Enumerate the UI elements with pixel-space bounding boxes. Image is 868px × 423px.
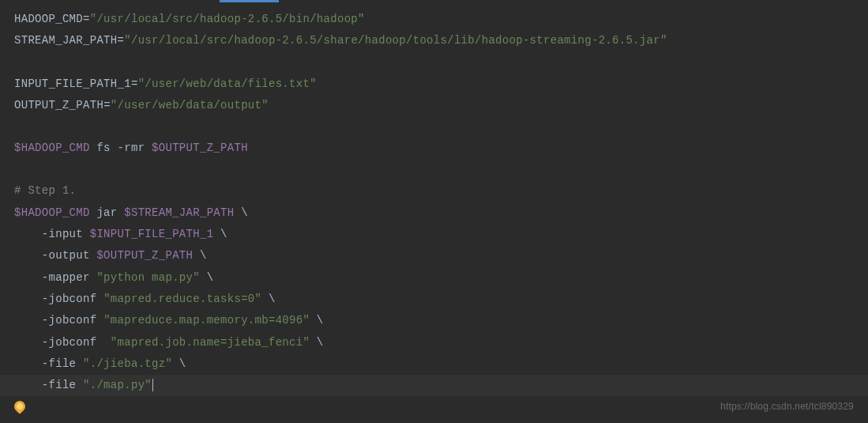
- variable-reference: $HADOOP_CMD: [14, 142, 90, 154]
- code-line[interactable]: OUTPUT_Z_PATH="/user/web/data/output": [14, 95, 854, 116]
- string-literal: "mapred.reduce.tasks=0": [103, 293, 261, 305]
- string-literal: "mapreduce.map.memory.mb=4096": [103, 314, 310, 327]
- code-line[interactable]: -mapper "python map.py" \: [14, 267, 854, 289]
- code-line-empty[interactable]: [14, 116, 854, 138]
- code-line-empty[interactable]: [14, 52, 854, 74]
- string-literal: "/user/web/data/output": [111, 99, 269, 111]
- variable-reference: $OUTPUT_Z_PATH: [96, 249, 193, 262]
- code-line-empty[interactable]: [14, 159, 854, 180]
- variable-reference: $OUTPUT_Z_PATH: [152, 142, 248, 154]
- editor-top-border: [0, 0, 868, 2]
- string-literal: "mapred.job.name=jieba_fenci": [111, 336, 310, 349]
- variable-name: HADOOP_CMD: [14, 13, 83, 25]
- variable-reference: $STREAM_JAR_PATH: [124, 206, 234, 219]
- variable-reference: $INPUT_FILE_PATH_1: [90, 228, 214, 240]
- variable-name: STREAM_JAR_PATH: [14, 34, 118, 47]
- comment: # Step 1.: [14, 184, 76, 197]
- code-line[interactable]: -jobconf "mapred.reduce.tasks=0" \: [14, 289, 854, 310]
- string-literal: "python map.py": [96, 271, 200, 284]
- string-literal: "/usr/local/src/hadoop-2.6.5/share/hadoo…: [124, 34, 667, 47]
- string-literal: "./jieba.tgz": [83, 357, 172, 370]
- watermark-text: https://blog.csdn.net/tcl890329: [720, 401, 854, 412]
- code-line[interactable]: -jobconf "mapreduce.map.memory.mb=4096" …: [14, 310, 854, 331]
- string-literal: "/user/web/data/files.txt": [138, 77, 317, 90]
- code-line[interactable]: # Step 1.: [14, 180, 854, 202]
- code-line[interactable]: STREAM_JAR_PATH="/usr/local/src/hadoop-2…: [14, 30, 854, 51]
- variable-name: INPUT_FILE_PATH_1: [14, 77, 131, 90]
- code-line[interactable]: $HADOOP_CMD fs -rmr $OUTPUT_Z_PATH: [14, 138, 854, 159]
- code-line[interactable]: -file "./jieba.tgz" \: [14, 353, 854, 375]
- tab-highlight: [220, 0, 279, 2]
- code-editor[interactable]: HADOOP_CMD="/usr/local/src/hadoop-2.6.5/…: [0, 2, 868, 402]
- variable-reference: $HADOOP_CMD: [14, 206, 90, 219]
- code-line-current[interactable]: -file "./map.py": [0, 375, 868, 396]
- string-literal: "./map.py": [83, 379, 152, 391]
- string-literal: "/usr/local/src/hadoop-2.6.5/bin/hadoop": [90, 13, 365, 25]
- text-cursor: [152, 379, 153, 391]
- code-line[interactable]: -input $INPUT_FILE_PATH_1 \: [14, 224, 854, 245]
- code-line[interactable]: -output $OUTPUT_Z_PATH \: [14, 245, 854, 266]
- code-line[interactable]: HADOOP_CMD="/usr/local/src/hadoop-2.6.5/…: [14, 9, 854, 30]
- code-line[interactable]: INPUT_FILE_PATH_1="/user/web/data/files.…: [14, 74, 854, 95]
- code-line[interactable]: -jobconf "mapred.job.name=jieba_fenci" \: [14, 332, 854, 353]
- variable-name: OUTPUT_Z_PATH: [14, 99, 103, 111]
- code-line[interactable]: $HADOOP_CMD jar $STREAM_JAR_PATH \: [14, 202, 854, 224]
